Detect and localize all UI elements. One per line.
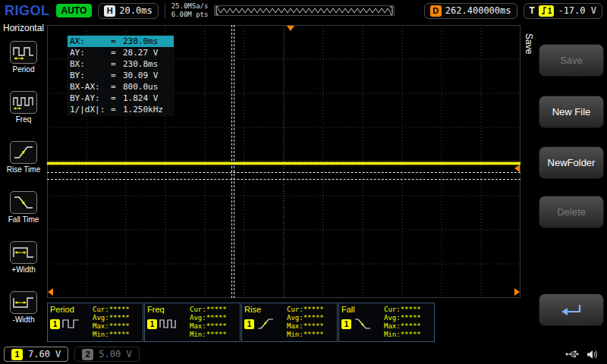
trigger-level: -17.0 V [558,5,596,16]
pan-right-marker [514,288,520,296]
horizontal-measure-menu: Horizontal Period Freq [0,21,47,344]
trigger-position-marker[interactable] [287,26,294,31]
cursor-line-ax[interactable] [231,25,232,298]
sidebar-item-label: Freq [16,115,32,124]
waveform-display: AX: = 230.0ms AY: = 28.27 V BX: = 230.8m… [47,25,521,298]
cursor-line-bx[interactable] [234,25,234,298]
channel2-scale: 5.00 V [99,349,131,359]
return-arrow-icon [558,302,584,318]
trigger-pill: T 1 -17.0 V [524,3,602,19]
period-icon [12,44,35,61]
speaker-icon [587,350,599,359]
pan-left-marker [48,288,53,296]
trigger-level-marker[interactable] [514,165,520,172]
delay-badge: D [430,5,442,17]
softkey-menu: Save Save New File NewFolder Delete [521,23,607,345]
rise-small-icon [256,318,275,330]
trigger-source: 1 [548,7,552,15]
channel1-badge: 1 [11,349,23,360]
waveform-overview-strip [214,5,395,16]
sidebar-item-rise-time[interactable]: Rise Time [0,135,47,185]
freq-icon [12,94,35,111]
channel-badge: 1 [147,319,157,329]
sidebar-item-minus-width[interactable]: -Width [0,285,47,335]
channel1-scale: 7.60 V [28,349,61,359]
delay-pill: D 262.400000ms [424,3,517,19]
sidebar-item-fall-time[interactable]: Fall Time [0,185,47,235]
fall-time-icon [12,194,35,211]
ch1-trace[interactable] [47,162,521,165]
timebase-value: 20.0ms [119,5,152,16]
measurement-bar: Period 1 Cur:***** Avg:***** Max:***** M… [47,303,435,343]
top-status-bar: RIGOL AUTO H 20.0ms 25.0MSa/s 6.00M pts … [0,0,607,21]
cursor-line-by[interactable] [47,172,521,173]
readout-row-inverse-dx: 1/|dX|: = 1.250kHz [68,104,174,115]
channel2-badge: 2 [82,349,93,360]
run-state-badge: AUTO [56,4,93,17]
measurement-panel-freq: Freq 1 Cur:***** Avg:***** Max:***** Min… [144,303,241,342]
readout-row-ay: AY: = 28.27 V [68,47,174,58]
rigol-logo: RIGOL [5,3,50,19]
freq-small-icon [159,318,178,330]
channel-badge: 1 [50,319,60,329]
cursor-line-ay[interactable] [47,179,521,180]
minus-width-icon [12,294,35,311]
cursor-readout-panel: AX: = 230.0ms AY: = 28.27 V BX: = 230.8m… [67,35,175,116]
fall-small-icon [354,318,372,330]
channel1-status[interactable]: 1 7.60 V [4,347,68,362]
delete-button[interactable]: Delete [539,196,604,228]
delay-value: 262.400000ms [445,5,511,16]
usb-icon [565,350,580,359]
channel2-status[interactable]: 2 5.00 V [74,347,139,362]
sidebar-item-label: Fall Time [8,215,39,224]
acquisition-info: 25.0MSa/s 6.00M pts [165,3,209,18]
readout-row-by: BY: = 30.09 V [68,70,174,81]
return-button[interactable] [539,293,604,326]
trigger-source-badge: 1 [539,5,555,17]
status-icons [565,350,603,359]
rising-edge-icon [541,7,547,14]
readout-row-bx: BX: = 230.8ms [68,58,174,70]
horizontal-badge: H [104,5,115,17]
sample-rate: 25.0MSa/s [171,2,209,11]
sidebar-item-label: -Width [13,315,35,324]
menu-tab-save: Save [524,33,534,54]
sidebar-item-label: Period [13,65,35,74]
readout-row-bxax: BX-AX: = 800.0us [68,81,174,93]
channel-badge: 1 [341,319,351,329]
readout-row-ax: AX: = 230.0ms [68,36,174,47]
measurement-panel-period: Period 1 Cur:***** Avg:***** Max:***** M… [47,303,143,342]
status-bar: 1 7.60 V 2 5.00 V [0,344,607,364]
rise-time-icon [12,144,35,161]
left-menu-title: Horizontal [0,23,47,33]
new-folder-button[interactable]: NewFolder [539,146,604,179]
sidebar-item-freq[interactable]: Freq [0,85,47,135]
channel-badge: 1 [244,319,254,329]
sidebar-item-label: Rise Time [7,165,40,174]
memory-depth: 6.00M pts [171,11,209,19]
timebase-pill: H 20.0ms [98,3,158,19]
plus-width-icon [12,244,35,261]
new-file-button[interactable]: New File [539,96,604,128]
save-button[interactable]: Save [539,44,604,77]
trigger-label: T [530,5,535,16]
sidebar-item-label: +Width [11,265,35,274]
readout-row-byay: BY-AY: = 1.824 V [68,93,174,104]
period-small-icon [62,318,80,330]
measurement-panel-rise: Rise 1 Cur:***** Avg:***** Max:***** Min… [241,303,338,342]
measurement-panel-fall: Fall 1 Cur:***** Avg:***** Max:***** Min… [338,303,435,342]
sidebar-item-period[interactable]: Period [0,35,47,85]
sidebar-item-plus-width[interactable]: +Width [0,235,47,285]
waveform-overview-icon [215,6,394,15]
